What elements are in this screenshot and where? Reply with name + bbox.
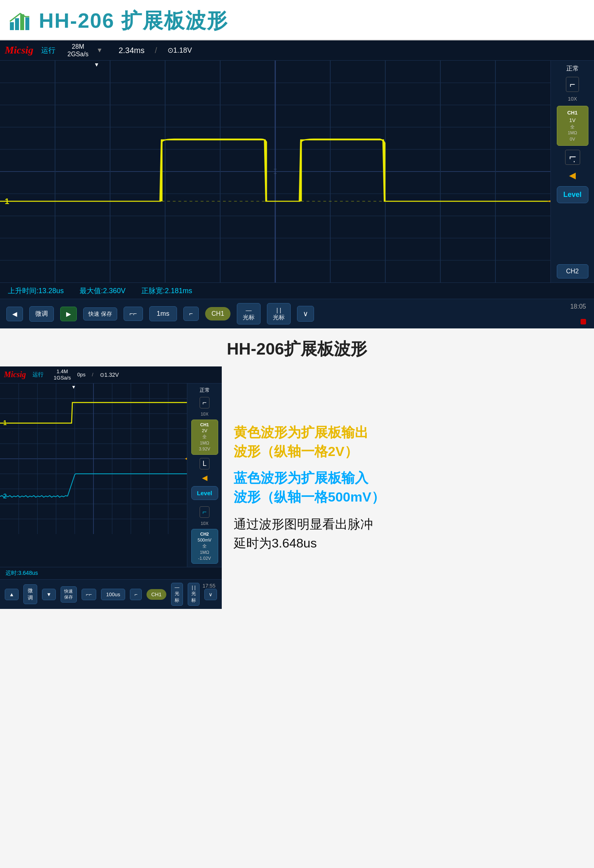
scope1-ch1-ctrl[interactable]: CH1 [205,307,230,320]
company-logo [8,10,32,32]
scope2-controls: ▲ 微调 ▼ 快速 保存 ⌐⌐ 100us ⌐ CH1 — 光标 | | 光标 [0,579,222,609]
trigger-arrow-icon: ▼ [97,47,103,54]
scope2-ch1-btn[interactable]: CH1 2V 全 1MΩ 3.92V [191,420,218,455]
scope2-ch2-marker: 2 [3,493,7,500]
svg-rect-1 [15,18,19,30]
section2-title: HH-206扩展板波形 [0,328,594,366]
scope2-ch2-btn[interactable]: CH2 500mV 全 1MΩ -1.02V [191,529,218,564]
scope1-status: 运行 [41,46,55,55]
scope2-save-btn[interactable]: 快速 保存 [61,586,77,603]
header-title: HH-206 扩展板波形 [39,7,228,35]
scope1-time-div: 2.34ms [118,46,145,55]
scope2-cursor1-btn[interactable]: — 光标 [171,583,183,606]
scope2-ch1-ctrl[interactable]: CH1 [147,589,166,600]
scope2-cursor2-btn[interactable]: | | 光标 [188,583,200,606]
scope2-delay-time: 迟时:3.648us [6,570,38,577]
scope1-wave-up-ctrl[interactable]: ⌐⌐ [124,307,143,321]
scope2-up-btn[interactable]: ▲ [5,589,19,600]
scope1-wave-down-ctrl[interactable]: ⌐ [183,307,199,321]
scope2-ten-x: 10X [201,412,209,416]
annotation-panel: 黄色波形为扩展板输出波形（纵轴一格2V） 蓝色波形为扩展板输入波形（纵轴一格50… [222,366,594,609]
scope2-measurements: 迟时:3.648us [0,567,222,579]
scope1-measurements: 上升时间:13.28us 最大值:2.360V 正脉宽:2.181ms [0,282,594,299]
scope1-level-btn[interactable]: Level [557,186,588,203]
scope2-time-display: 17:55 [202,583,215,589]
scope2-grid [0,383,187,534]
scope1-rise-time: 上升时间:13.28us [8,286,64,296]
blue-annotation: 蓝色波形为扩展板输入波形（纵轴一格500mV） [234,469,582,506]
scope2-time-ref: 0ps [77,372,86,378]
scope1-topbar: Micsig 运行 28M 2GSa/s ▼ 2.34ms / ⊙1.18V [0,40,594,61]
scope1-divider: / [155,46,157,55]
scope2-main: 1 2 ▼ 正常 ⌐ 10X CH1 2V 全 1 [0,383,222,567]
scope2-collapse-btn[interactable]: ∨ [204,589,217,600]
scope2-trigger-arrow: ◀ [202,473,208,482]
scope1-main: 1 ▼ 正常 ⌐ 10X CH1 1V 全 1MΩ 0V ⌐̣ [0,61,594,282]
scope1-time-ctrl[interactable]: 1ms [149,306,177,321]
scope1-ch1-btn[interactable]: CH1 1V 全 1MΩ 0V [557,106,588,146]
scope1-time-display: 18:05 [570,303,586,310]
scope1-screen: 1 ▼ [0,61,550,282]
scope2-memory-info: 1.4M 1GSa/s [54,368,71,381]
scope1-controls: ◀ 微调 ▶ 快速 保存 ⌐⌐ 1ms ⌐ CH1 — 光标 | | 光标 ∨ … [0,299,594,328]
scope2-sample-rate: 1GSa/s [54,375,71,381]
scope1-cursor1-btn[interactable]: — 光标 [237,303,261,324]
scope2-wave-fall-btn[interactable]: L [200,458,209,469]
scope1-memory-info: 28M 2GSa/s [67,43,88,58]
scope2-status: 运行 [32,371,44,378]
scope2-divider: / [92,372,93,378]
scope1-trigger-level: ⊙1.18V [168,46,192,55]
scope2-screen: 1 2 ▼ [0,383,187,534]
scope1-memory: 28M [72,43,84,50]
scope2-right-panel: 正常 ⌐ 10X CH1 2V 全 1MΩ 3.92V L [187,383,222,567]
scope2-section: Micsig 运行 1.4M 1GSa/s 0ps / ⊙1.32V [0,366,594,609]
ten-x-label: 10X [568,96,577,102]
svg-rect-2 [20,14,24,30]
black-annotation: 通过波形图明显看出脉冲延时为3.648us [234,515,582,553]
svg-rect-0 [10,22,14,30]
oscilloscope-1: Micsig 运行 28M 2GSa/s ▼ 2.34ms / ⊙1.18V [0,40,594,328]
scope1-max-val: 最大值:2.360V [80,286,126,296]
scope1-tune-label[interactable]: 微调 [29,306,54,322]
scope1-cursor2-btn[interactable]: | | 光标 [267,303,291,324]
yellow-annotation: 黄色波形为扩展板输出波形（纵轴一格2V） [234,423,582,461]
scope1-save-btn[interactable]: 快速 保存 [83,307,117,321]
scope2-micsig-logo: Micsig [4,370,26,379]
svg-rect-3 [25,17,29,30]
scope1-normal-status: 正常 [566,65,579,73]
scope2-trigger-level: ⊙1.32V [100,372,119,378]
scope2-down-btn[interactable]: ▼ [42,589,56,600]
scope2-tune-label[interactable]: 微调 [23,584,37,604]
scope1-pos-width: 正脉宽:2.181ms [141,286,192,296]
scope2-wave-up-ctrl[interactable]: ⌐⌐ [82,589,96,600]
scope1-ch2-btn[interactable]: CH2 [557,264,588,279]
wave-rise-btn[interactable]: ⌐ [566,77,579,92]
wave-fall-btn[interactable]: ⌐̣ [565,150,580,165]
scope2-normal-status: 正常 [200,387,210,394]
scope1-grid [0,61,550,282]
scope2-level-btn[interactable]: Level [191,486,218,500]
scope2-memory: 1.4M [57,368,68,375]
scope1-sample-rate: 2GSa/s [67,50,88,58]
header: HH-206 扩展板波形 [0,0,594,40]
scope1-next-btn[interactable]: ▶ [60,307,77,321]
scope1-prev-btn[interactable]: ◀ [6,307,23,321]
scope2-ch1-marker: 1 [3,420,7,427]
trigger-arrow-right: ◀ [569,170,576,181]
trigger-top-marker: ▼ [94,61,99,68]
scope2-wave-down-ctrl[interactable]: ⌐ [130,589,142,600]
scope1-record-indicator [581,319,586,324]
oscilloscope-2: Micsig 运行 1.4M 1GSa/s 0ps / ⊙1.32V [0,366,222,609]
ch1-marker: 1 [5,197,9,206]
scope2-trigger-top: ▼ [71,384,76,390]
scope2-time-ctrl[interactable]: 100us [101,589,125,600]
scope2-ch2-wave-btn[interactable]: ⌐ [200,506,209,518]
micsig-logo: Micsig [5,44,33,56]
scope2-topbar: Micsig 运行 1.4M 1GSa/s 0ps / ⊙1.32V [0,366,222,383]
scope1-down-btn[interactable]: ∨ [297,306,314,322]
scope2-wave-rise-btn[interactable]: ⌐ [200,397,209,408]
scope2-ch2-ten-x: 10X [201,521,209,526]
scope1-right-panel: 正常 ⌐ 10X CH1 1V 全 1MΩ 0V ⌐̣ ◀ Le [550,61,594,282]
